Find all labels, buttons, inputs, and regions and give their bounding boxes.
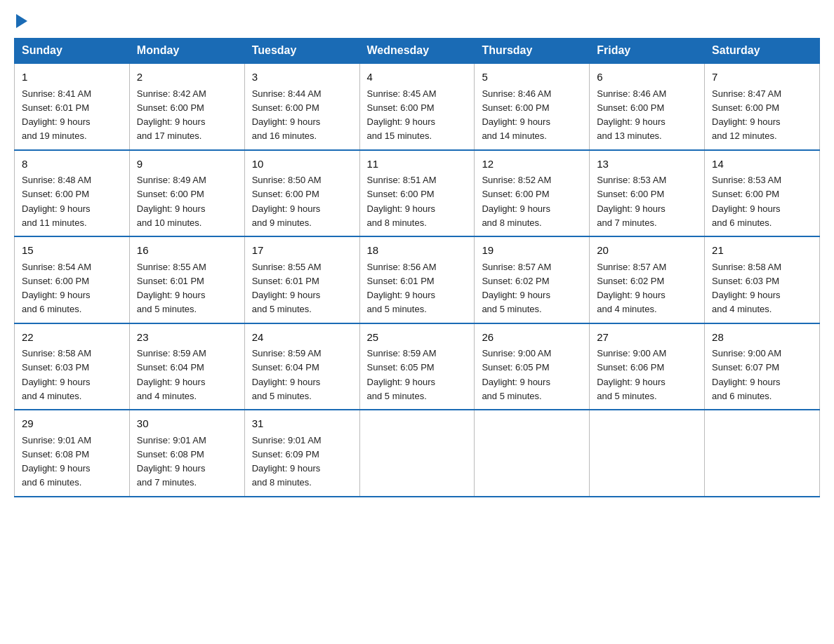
calendar-cell: [590, 410, 705, 497]
day-info: Sunrise: 9:00 AMSunset: 6:06 PMDaylight:…: [597, 348, 666, 401]
day-number: 23: [137, 330, 237, 346]
weekday-header-wednesday: Wednesday: [359, 39, 475, 64]
day-number: 20: [597, 243, 697, 259]
week-row-3: 15 Sunrise: 8:54 AMSunset: 6:00 PMDaylig…: [15, 236, 820, 323]
page-header: [14, 14, 820, 24]
day-number: 4: [367, 69, 468, 86]
day-number: 19: [482, 243, 582, 259]
day-number: 11: [367, 156, 468, 173]
day-info: Sunrise: 8:56 AMSunset: 6:01 PMDaylight:…: [367, 262, 437, 315]
day-info: Sunrise: 8:44 AMSunset: 6:00 PMDaylight:…: [252, 88, 322, 142]
weekday-header-row: SundayMondayTuesdayWednesdayThursdayFrid…: [15, 39, 820, 64]
day-info: Sunrise: 8:41 AMSunset: 6:01 PMDaylight:…: [22, 88, 91, 142]
day-number: 2: [137, 69, 237, 86]
day-info: Sunrise: 8:53 AMSunset: 6:00 PMDaylight:…: [712, 175, 781, 228]
calendar-cell: 7 Sunrise: 8:47 AMSunset: 6:00 PMDayligh…: [705, 63, 820, 150]
day-info: Sunrise: 8:59 AMSunset: 6:04 PMDaylight:…: [252, 348, 322, 401]
day-info: Sunrise: 9:01 AMSunset: 6:08 PMDaylight:…: [137, 435, 206, 488]
calendar-cell: [705, 410, 820, 497]
day-number: 16: [137, 243, 237, 259]
day-number: 17: [252, 243, 352, 259]
day-number: 14: [712, 156, 812, 173]
day-number: 12: [482, 156, 582, 173]
calendar-cell: 16 Sunrise: 8:55 AMSunset: 6:01 PMDaylig…: [129, 236, 244, 323]
calendar-cell: 8 Sunrise: 8:48 AMSunset: 6:00 PMDayligh…: [15, 150, 130, 237]
weekday-header-tuesday: Tuesday: [244, 39, 359, 64]
calendar-cell: 31 Sunrise: 9:01 AMSunset: 6:09 PMDaylig…: [244, 410, 359, 497]
weekday-header-friday: Friday: [590, 39, 705, 64]
day-info: Sunrise: 8:46 AMSunset: 6:00 PMDaylight:…: [597, 88, 666, 142]
day-info: Sunrise: 8:58 AMSunset: 6:03 PMDaylight:…: [22, 348, 91, 401]
day-number: 5: [482, 69, 582, 86]
day-info: Sunrise: 8:47 AMSunset: 6:00 PMDaylight:…: [712, 88, 781, 142]
calendar-cell: 10 Sunrise: 8:50 AMSunset: 6:00 PMDaylig…: [244, 150, 359, 237]
day-info: Sunrise: 8:54 AMSunset: 6:00 PMDaylight:…: [22, 262, 91, 315]
day-info: Sunrise: 8:55 AMSunset: 6:01 PMDaylight:…: [137, 262, 206, 315]
day-number: 15: [22, 243, 122, 259]
day-number: 8: [22, 156, 122, 173]
day-info: Sunrise: 8:46 AMSunset: 6:00 PMDaylight:…: [482, 88, 551, 142]
day-info: Sunrise: 8:59 AMSunset: 6:04 PMDaylight:…: [137, 348, 206, 401]
day-info: Sunrise: 9:00 AMSunset: 6:05 PMDaylight:…: [482, 348, 551, 401]
calendar-cell: 27 Sunrise: 9:00 AMSunset: 6:06 PMDaylig…: [590, 323, 705, 410]
logo-arrow-icon: [16, 14, 27, 28]
calendar-cell: 29 Sunrise: 9:01 AMSunset: 6:08 PMDaylig…: [15, 410, 130, 497]
weekday-header-saturday: Saturday: [705, 39, 820, 64]
day-info: Sunrise: 9:01 AMSunset: 6:09 PMDaylight:…: [252, 435, 322, 488]
day-number: 3: [252, 69, 352, 86]
week-row-5: 29 Sunrise: 9:01 AMSunset: 6:08 PMDaylig…: [15, 410, 820, 497]
calendar-cell: 11 Sunrise: 8:51 AMSunset: 6:00 PMDaylig…: [359, 150, 475, 237]
day-info: Sunrise: 8:42 AMSunset: 6:00 PMDaylight:…: [137, 88, 206, 142]
day-number: 1: [22, 69, 122, 86]
calendar-cell: 28 Sunrise: 9:00 AMSunset: 6:07 PMDaylig…: [705, 323, 820, 410]
calendar-cell: 13 Sunrise: 8:53 AMSunset: 6:00 PMDaylig…: [590, 150, 705, 237]
day-info: Sunrise: 9:01 AMSunset: 6:08 PMDaylight:…: [22, 435, 91, 488]
day-number: 29: [22, 416, 122, 432]
day-number: 9: [137, 156, 237, 173]
weekday-header-sunday: Sunday: [15, 39, 130, 64]
calendar-cell: 6 Sunrise: 8:46 AMSunset: 6:00 PMDayligh…: [590, 63, 705, 150]
calendar-cell: 23 Sunrise: 8:59 AMSunset: 6:04 PMDaylig…: [129, 323, 244, 410]
calendar-cell: 14 Sunrise: 8:53 AMSunset: 6:00 PMDaylig…: [705, 150, 820, 237]
day-info: Sunrise: 8:53 AMSunset: 6:00 PMDaylight:…: [597, 175, 666, 228]
calendar-cell: 26 Sunrise: 9:00 AMSunset: 6:05 PMDaylig…: [475, 323, 590, 410]
day-info: Sunrise: 8:49 AMSunset: 6:00 PMDaylight:…: [137, 175, 206, 228]
day-info: Sunrise: 8:52 AMSunset: 6:00 PMDaylight:…: [482, 175, 551, 228]
day-number: 21: [712, 243, 812, 259]
calendar-cell: 25 Sunrise: 8:59 AMSunset: 6:05 PMDaylig…: [359, 323, 475, 410]
calendar-cell: 3 Sunrise: 8:44 AMSunset: 6:00 PMDayligh…: [244, 63, 359, 150]
day-info: Sunrise: 8:50 AMSunset: 6:00 PMDaylight:…: [252, 175, 322, 228]
day-number: 30: [137, 416, 237, 432]
calendar-cell: [475, 410, 590, 497]
calendar-cell: 2 Sunrise: 8:42 AMSunset: 6:00 PMDayligh…: [129, 63, 244, 150]
day-info: Sunrise: 8:48 AMSunset: 6:00 PMDaylight:…: [22, 175, 91, 228]
calendar-cell: 20 Sunrise: 8:57 AMSunset: 6:02 PMDaylig…: [590, 236, 705, 323]
day-info: Sunrise: 8:58 AMSunset: 6:03 PMDaylight:…: [712, 262, 781, 315]
day-info: Sunrise: 9:00 AMSunset: 6:07 PMDaylight:…: [712, 348, 781, 401]
day-number: 31: [252, 416, 352, 432]
day-number: 7: [712, 69, 812, 86]
week-row-4: 22 Sunrise: 8:58 AMSunset: 6:03 PMDaylig…: [15, 323, 820, 410]
calendar-cell: 30 Sunrise: 9:01 AMSunset: 6:08 PMDaylig…: [129, 410, 244, 497]
day-info: Sunrise: 8:55 AMSunset: 6:01 PMDaylight:…: [252, 262, 322, 315]
weekday-header-monday: Monday: [129, 39, 244, 64]
calendar-cell: 1 Sunrise: 8:41 AMSunset: 6:01 PMDayligh…: [15, 63, 130, 150]
calendar-cell: 9 Sunrise: 8:49 AMSunset: 6:00 PMDayligh…: [129, 150, 244, 237]
calendar-cell: [359, 410, 475, 497]
calendar-cell: 12 Sunrise: 8:52 AMSunset: 6:00 PMDaylig…: [475, 150, 590, 237]
calendar-cell: 15 Sunrise: 8:54 AMSunset: 6:00 PMDaylig…: [15, 236, 130, 323]
week-row-2: 8 Sunrise: 8:48 AMSunset: 6:00 PMDayligh…: [15, 150, 820, 237]
day-number: 27: [597, 330, 697, 346]
calendar-cell: 19 Sunrise: 8:57 AMSunset: 6:02 PMDaylig…: [475, 236, 590, 323]
calendar-cell: 22 Sunrise: 8:58 AMSunset: 6:03 PMDaylig…: [15, 323, 130, 410]
calendar-cell: 24 Sunrise: 8:59 AMSunset: 6:04 PMDaylig…: [244, 323, 359, 410]
day-info: Sunrise: 8:57 AMSunset: 6:02 PMDaylight:…: [482, 262, 551, 315]
day-info: Sunrise: 8:57 AMSunset: 6:02 PMDaylight:…: [597, 262, 666, 315]
day-info: Sunrise: 8:59 AMSunset: 6:05 PMDaylight:…: [367, 348, 437, 401]
calendar-cell: 17 Sunrise: 8:55 AMSunset: 6:01 PMDaylig…: [244, 236, 359, 323]
day-number: 28: [712, 330, 812, 346]
day-info: Sunrise: 8:51 AMSunset: 6:00 PMDaylight:…: [367, 175, 437, 228]
logo: [14, 14, 27, 24]
calendar-table: SundayMondayTuesdayWednesdayThursdayFrid…: [14, 38, 820, 497]
week-row-1: 1 Sunrise: 8:41 AMSunset: 6:01 PMDayligh…: [15, 63, 820, 150]
